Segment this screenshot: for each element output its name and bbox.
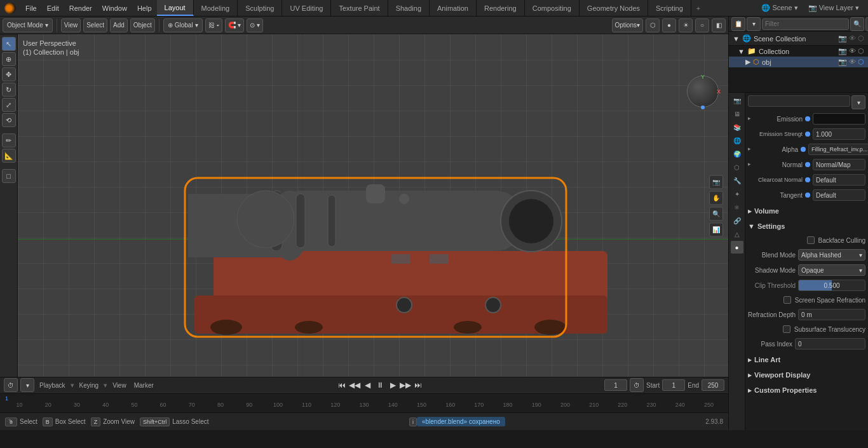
gizmo-y-axis[interactable]: Y	[701, 74, 705, 80]
scene-collection-restrict2[interactable]: 👁	[849, 34, 856, 43]
prop-data-icon[interactable]: △	[731, 227, 743, 240]
shadow-mode-dropdown[interactable]: Opaque ▾	[798, 264, 865, 276]
viewport-overlay-btn[interactable]: ○	[695, 18, 709, 32]
collection-expand[interactable]: ▼	[738, 48, 745, 55]
gizmo-container[interactable]: X Y	[684, 72, 722, 111]
menu-edit[interactable]: Edit	[42, 3, 64, 13]
collection-restrict3[interactable]: ⬡	[858, 47, 864, 55]
transform-global[interactable]: ⊕ Global ▾	[163, 18, 203, 32]
prop-world-icon[interactable]: 🌍	[731, 147, 743, 160]
view-menu[interactable]: View	[61, 18, 81, 32]
menu-help[interactable]: Help	[132, 3, 157, 13]
jump-to-start-btn[interactable]: ⏮	[337, 380, 347, 390]
proportional-btn[interactable]: ⊙ ▾	[247, 18, 263, 32]
normal-dot[interactable]	[805, 162, 810, 167]
main-viewport[interactable]: User Perspective (1) Collection | obj X …	[18, 34, 728, 377]
gizmo-z-dot[interactable]	[701, 105, 705, 109]
settings-section-header[interactable]: ▼ Settings	[748, 220, 865, 233]
alpha-dot[interactable]	[801, 147, 806, 152]
tool-transform[interactable]: ⟲	[2, 113, 16, 127]
prop-constraints-icon[interactable]: 🔗	[731, 214, 743, 227]
tab-layout[interactable]: Layout	[157, 0, 194, 16]
tab-animation[interactable]: Animation	[430, 0, 477, 16]
tool-move[interactable]: ✥	[2, 67, 16, 81]
refraction-depth-value[interactable]: 0 m	[798, 309, 865, 320]
scene-selector[interactable]: 🌐 Scene ▾	[757, 3, 801, 13]
tab-uv-editing[interactable]: UV Editing	[282, 0, 331, 16]
gizmo-x-axis[interactable]: X	[717, 88, 721, 95]
prop-physics-icon[interactable]: ⚛	[731, 201, 743, 214]
timeline-menu-dropdown[interactable]: ▾	[20, 378, 34, 392]
viewport-shading-rendered[interactable]: ☀	[679, 18, 693, 32]
scene-collection-restrict1[interactable]: 📷	[838, 34, 847, 43]
emission-value[interactable]	[813, 113, 865, 125]
viewport-shading-material[interactable]: ●	[662, 18, 676, 32]
collection-row[interactable]: ▼ 📁 Collection 📷 👁 ⬡	[729, 46, 868, 57]
menu-window[interactable]: Window	[97, 3, 132, 13]
play-reverse-btn[interactable]: ◀	[362, 380, 372, 390]
outliner-filter-btn[interactable]: 🔍	[850, 17, 864, 31]
prop-particles-icon[interactable]: ✦	[731, 187, 743, 200]
blender-logo[interactable]	[3, 1, 18, 16]
prop-material-icon[interactable]: ●	[731, 241, 743, 254]
viewport-overlay2-btn[interactable]: 📊	[709, 222, 723, 236]
custom-properties-section-header[interactable]: ▸ Custom Properties	[748, 384, 865, 397]
scene-collection-restrict3[interactable]: ⬡	[858, 34, 864, 43]
play-btn[interactable]: ▶	[388, 380, 398, 390]
outliner-mode-dropdown[interactable]: ▾	[747, 17, 761, 31]
stop-btn[interactable]: ⏸	[375, 380, 385, 390]
tab-geometry-nodes[interactable]: Geometry Nodes	[580, 0, 648, 16]
tool-cursor[interactable]: ⊕	[2, 52, 16, 66]
clearcoat-normal-value[interactable]: Default	[813, 174, 865, 186]
normal-expand[interactable]: ▸	[748, 161, 756, 168]
prev-keyframe-btn[interactable]: ◀◀	[349, 380, 360, 390]
emission-dot[interactable]	[805, 116, 810, 121]
tool-rotate[interactable]: ↻	[2, 83, 16, 97]
select-menu[interactable]: Select	[83, 18, 107, 32]
scene-collection-expand[interactable]: ▼	[733, 35, 740, 43]
gizmo-sphere[interactable]	[687, 76, 719, 107]
viewport-shading-solid[interactable]: ⬡	[646, 18, 660, 32]
menu-file[interactable]: File	[20, 3, 42, 13]
tool-annotate[interactable]: ✏	[2, 133, 16, 147]
alpha-value[interactable]: Filling_Refract_inv.p...	[808, 144, 868, 155]
obj-visible[interactable]: 👁	[849, 58, 856, 66]
prop-modifier-icon[interactable]: 🔧	[731, 174, 743, 187]
tab-rendering[interactable]: Rendering	[477, 0, 525, 16]
prop-object-icon[interactable]: ⬡	[731, 161, 743, 173]
normal-value[interactable]: Normal/Map	[813, 159, 865, 170]
viewport-display-section-header[interactable]: ▸ Viewport Display	[748, 369, 865, 381]
collection-restrict1[interactable]: 📷	[838, 47, 847, 55]
obj-row[interactable]: ▶ ⬡ obj 📷 👁 ⬡	[729, 57, 868, 67]
start-frame-input[interactable]	[662, 379, 685, 391]
screen-space-refraction-checkbox[interactable]	[783, 296, 791, 304]
snap-btn[interactable]: 🧲 ▾	[225, 18, 244, 32]
tool-scale[interactable]: ⤢	[2, 98, 16, 112]
obj-restrict3[interactable]: ⬡	[858, 58, 864, 66]
add-workspace-tab[interactable]: +	[691, 3, 705, 13]
tab-scripting[interactable]: Scripting	[648, 0, 691, 16]
tangent-dot[interactable]	[805, 193, 810, 198]
emission-strength-value[interactable]: 1.000	[813, 128, 865, 140]
prop-search-input[interactable]	[748, 95, 850, 107]
tab-compositing[interactable]: Compositing	[525, 0, 580, 16]
clip-threshold-value[interactable]: 0.500	[798, 280, 865, 291]
subsurface-translucency-checkbox[interactable]	[783, 325, 790, 333]
xray-toggle[interactable]: ◧	[712, 18, 726, 32]
options-btn[interactable]: Options ▾	[612, 18, 643, 32]
clearcoat-normal-dot[interactable]	[805, 177, 810, 182]
viewport-camera-btn[interactable]: 📷	[709, 175, 723, 189]
object-mode-dropdown[interactable]: Object Mode ▾	[3, 18, 53, 32]
volume-section-header[interactable]: ▸ Volume	[748, 205, 865, 217]
pass-index-value[interactable]: 0	[795, 338, 865, 350]
prop-render-icon[interactable]: 📷	[731, 94, 743, 107]
line-art-section-header[interactable]: ▸ Line Art	[748, 353, 865, 366]
outliner-search-input[interactable]	[762, 18, 849, 30]
emission-strength-dot[interactable]	[805, 132, 810, 137]
view-timeline-menu[interactable]: View	[110, 381, 129, 390]
transform-chain[interactable]: ⛓ ▾	[205, 18, 223, 32]
blend-mode-dropdown[interactable]: Alpha Hashed ▾	[798, 249, 865, 261]
timeline-mode-icon[interactable]: ⏱	[4, 378, 18, 392]
outliner-sync-btn[interactable]: ⟳	[865, 17, 868, 31]
obj-restrict1[interactable]: 📷	[838, 58, 847, 66]
